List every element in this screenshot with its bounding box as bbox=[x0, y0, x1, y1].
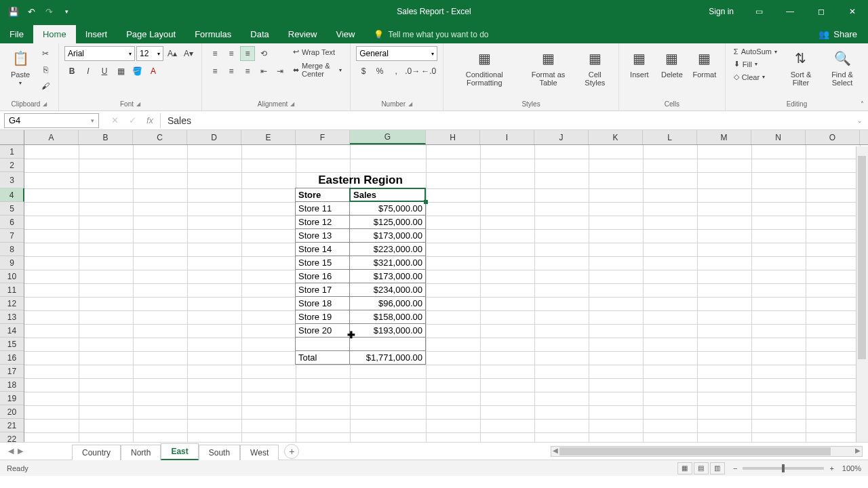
autosum-button[interactable]: ΣAutoSum▾ bbox=[731, 46, 780, 57]
format-painter-button[interactable]: 🖌 bbox=[38, 79, 53, 94]
cell-total-label[interactable]: Total bbox=[295, 350, 350, 365]
cells-area[interactable]: Eastern RegionStoreSalesStore 11$75,000.… bbox=[24, 145, 868, 442]
zoom-in-button[interactable]: + bbox=[829, 464, 833, 472]
cell-store[interactable]: Store 19 bbox=[295, 310, 350, 324]
row-header-15[interactable]: 15 bbox=[0, 338, 24, 351]
sort-filter-button[interactable]: ⇅Sort & Filter bbox=[783, 46, 819, 88]
cell-store[interactable]: Store 13 bbox=[295, 228, 350, 243]
delete-cells-button[interactable]: ▦Delete bbox=[657, 46, 687, 80]
column-header-M[interactable]: M bbox=[697, 130, 751, 144]
new-sheet-button[interactable]: + bbox=[284, 444, 299, 459]
align-top-button[interactable]: ≡ bbox=[208, 46, 222, 61]
column-header-L[interactable]: L bbox=[643, 130, 697, 144]
row-header-21[interactable]: 21 bbox=[0, 419, 24, 432]
cell-sales[interactable]: $158,000.00 bbox=[349, 310, 426, 324]
row-header-4[interactable]: 4 bbox=[0, 188, 24, 202]
clipboard-launcher[interactable]: ◢ bbox=[43, 101, 47, 107]
vertical-scrollbar-thumb[interactable] bbox=[858, 156, 866, 359]
row-header-2[interactable]: 2 bbox=[0, 159, 24, 172]
tell-me-search[interactable]: 💡Tell me what you want to do bbox=[364, 26, 498, 43]
row-header-10[interactable]: 10 bbox=[0, 270, 24, 283]
row-header-17[interactable]: 17 bbox=[0, 365, 24, 378]
bold-button[interactable]: B bbox=[64, 64, 79, 79]
conditional-formatting-button[interactable]: ▦Conditional Formatting bbox=[449, 46, 519, 88]
tab-insert[interactable]: Insert bbox=[76, 25, 117, 43]
zoom-level[interactable]: 100% bbox=[842, 464, 861, 472]
column-header-A[interactable]: A bbox=[24, 130, 79, 144]
column-header-I[interactable]: I bbox=[480, 130, 534, 144]
paste-button[interactable]: 📋 Paste ▾ bbox=[5, 46, 35, 87]
zoom-out-button[interactable]: − bbox=[733, 464, 737, 472]
sheet-tab-country[interactable]: Country bbox=[72, 445, 121, 460]
cut-button[interactable]: ✂ bbox=[38, 46, 53, 61]
accounting-format-button[interactable]: $ bbox=[356, 64, 371, 79]
scroll-left-icon[interactable]: ◀ bbox=[553, 447, 558, 454]
cell-sales[interactable]: $193,000.00 bbox=[349, 323, 426, 338]
maximize-button[interactable]: ◻ bbox=[806, 0, 837, 23]
column-header-D[interactable]: D bbox=[187, 130, 241, 144]
cell-store[interactable]: Store 11 bbox=[295, 201, 350, 216]
column-header-H[interactable]: H bbox=[426, 130, 480, 144]
cell-sales[interactable]: $173,000.00 bbox=[349, 228, 426, 243]
cancel-formula-icon[interactable]: ✕ bbox=[108, 115, 121, 125]
row-header-1[interactable]: 1 bbox=[0, 145, 24, 159]
cell-sales[interactable]: $234,000.00 bbox=[349, 283, 426, 297]
selection-fill-handle[interactable] bbox=[424, 200, 428, 204]
horizontal-scrollbar-thumb[interactable] bbox=[559, 447, 831, 455]
tab-formulas[interactable]: Formulas bbox=[185, 25, 241, 43]
enter-formula-icon[interactable]: ✓ bbox=[126, 115, 138, 125]
sheet-nav-next-icon[interactable]: ▶ bbox=[18, 447, 23, 455]
horizontal-scrollbar[interactable]: ◀ ▶ bbox=[551, 446, 863, 457]
align-center-button[interactable]: ≡ bbox=[224, 64, 239, 79]
italic-button[interactable]: I bbox=[81, 64, 96, 79]
zoom-slider-thumb[interactable] bbox=[782, 464, 785, 472]
name-box[interactable]: G4▾ bbox=[4, 113, 99, 128]
row-header-6[interactable]: 6 bbox=[0, 216, 24, 229]
ribbon-display-options-icon[interactable]: ▭ bbox=[743, 0, 774, 23]
copy-button[interactable]: ⎘ bbox=[38, 62, 53, 77]
align-right-button[interactable]: ≡ bbox=[240, 64, 255, 79]
row-header-5[interactable]: 5 bbox=[0, 202, 24, 216]
sheet-tab-south[interactable]: South bbox=[199, 445, 240, 460]
column-header-C[interactable]: C bbox=[133, 130, 187, 144]
cell-sales[interactable]: $321,000.00 bbox=[349, 256, 426, 270]
row-header-9[interactable]: 9 bbox=[0, 256, 24, 270]
cell-empty[interactable] bbox=[349, 337, 426, 351]
decrease-indent-button[interactable]: ⇤ bbox=[256, 64, 271, 79]
cell-store[interactable]: Store 20 bbox=[295, 323, 350, 338]
format-as-table-button[interactable]: ▦Format as Table bbox=[522, 46, 574, 88]
find-select-button[interactable]: 🔍Find & Select bbox=[822, 46, 863, 88]
cell-empty[interactable] bbox=[295, 337, 350, 351]
save-icon[interactable]: 💾 bbox=[8, 6, 19, 17]
row-header-20[interactable]: 20 bbox=[0, 405, 24, 419]
orientation-button[interactable]: ⟲ bbox=[256, 46, 271, 61]
minimize-button[interactable]: — bbox=[774, 0, 806, 23]
row-header-11[interactable]: 11 bbox=[0, 283, 24, 297]
tab-view[interactable]: View bbox=[326, 25, 364, 43]
border-button[interactable]: ▦ bbox=[113, 64, 128, 79]
align-middle-button[interactable]: ≡ bbox=[224, 46, 239, 61]
cell-store[interactable]: Store 18 bbox=[295, 296, 350, 310]
row-header-14[interactable]: 14 bbox=[0, 324, 24, 338]
font-launcher[interactable]: ◢ bbox=[136, 101, 140, 107]
tab-file[interactable]: File bbox=[0, 25, 33, 43]
alignment-launcher[interactable]: ◢ bbox=[290, 101, 294, 107]
font-name-combo[interactable]: Arial▾ bbox=[64, 46, 135, 61]
underline-button[interactable]: U bbox=[97, 64, 112, 79]
formula-input[interactable]: Sales bbox=[160, 113, 852, 128]
row-header-13[interactable]: 13 bbox=[0, 310, 24, 324]
cell-sales[interactable]: $125,000.00 bbox=[349, 215, 426, 229]
increase-font-button[interactable]: A▴ bbox=[165, 46, 180, 61]
sheet-tab-west[interactable]: West bbox=[240, 445, 279, 460]
sign-in-link[interactable]: Sign in bbox=[699, 7, 743, 16]
font-size-combo[interactable]: 12▾ bbox=[136, 46, 163, 61]
worksheet-grid[interactable]: ABCDEFGHIJKLMNO 123456789101112131415161… bbox=[0, 130, 868, 442]
tab-home[interactable]: Home bbox=[33, 25, 76, 43]
increase-decimal-button[interactable]: .0→ bbox=[405, 64, 420, 79]
collapse-ribbon-icon[interactable]: ˄ bbox=[861, 100, 864, 108]
align-left-button[interactable]: ≡ bbox=[208, 64, 222, 79]
select-all-corner[interactable] bbox=[0, 130, 24, 144]
cell-sales[interactable]: $96,000.00 bbox=[349, 296, 426, 310]
qat-customize-icon[interactable]: ▾ bbox=[61, 6, 72, 17]
column-header-F[interactable]: F bbox=[296, 130, 350, 144]
